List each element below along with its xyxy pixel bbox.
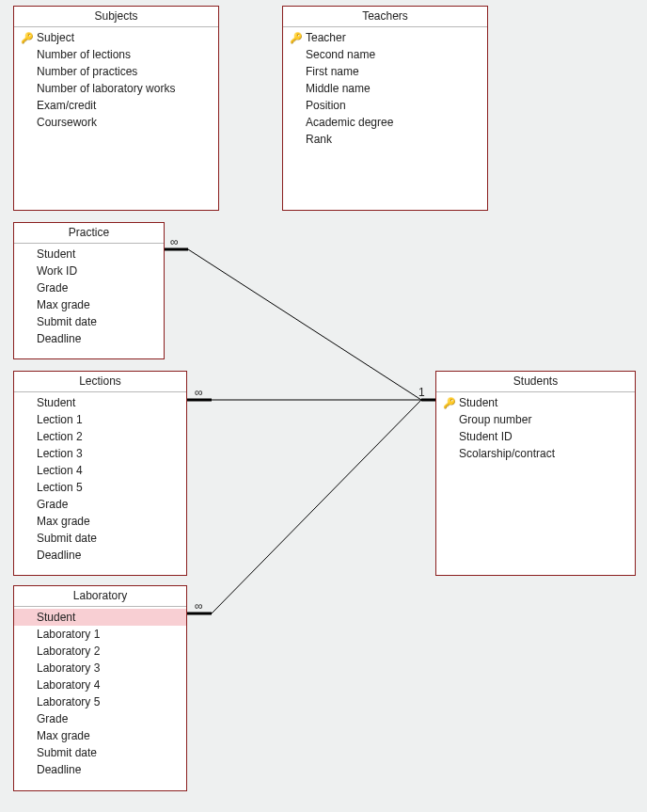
field-row[interactable]: Number of practices (14, 63, 218, 80)
field-label: Student (35, 247, 158, 262)
field-label: Lection 2 (35, 429, 181, 444)
field-label: Deadline (35, 762, 181, 777)
field-row[interactable]: Deadline (14, 330, 164, 347)
field-row[interactable]: Submit date (14, 744, 186, 761)
field-label: Lection 1 (35, 412, 181, 427)
field-row[interactable]: Number of lections (14, 46, 218, 63)
entity-teachers[interactable]: Teachers 🔑TeacherSecond nameFirst nameMi… (282, 6, 488, 211)
field-label: Work ID (35, 263, 158, 279)
field-row[interactable]: Submit date (14, 530, 186, 547)
field-label: Scolarship/contract (457, 446, 629, 461)
field-label: Academic degree (304, 115, 481, 130)
field-row[interactable]: Deadline (14, 547, 186, 564)
field-label: Second name (304, 47, 481, 62)
entity-title: Practice (14, 223, 164, 244)
field-label: Subject (35, 30, 213, 45)
field-row[interactable]: Laboratory 2 (14, 643, 186, 660)
entity-lections[interactable]: Lections StudentLection 1Lection 2Lectio… (13, 371, 187, 576)
field-row[interactable]: Laboratory 1 (14, 626, 186, 643)
entity-fields: StudentWork IDGradeMax gradeSubmit dateD… (14, 244, 164, 353)
primary-key-icon: 🔑 (20, 30, 35, 45)
entity-fields: 🔑SubjectNumber of lectionsNumber of prac… (14, 27, 218, 136)
svg-line-2 (188, 249, 421, 400)
field-label: Submit date (35, 745, 181, 760)
field-label: Deadline (35, 548, 181, 563)
field-row[interactable]: Student (14, 394, 186, 411)
field-row[interactable]: 🔑Subject (14, 29, 218, 46)
primary-key-icon: 🔑 (442, 395, 457, 410)
field-row[interactable]: First name (283, 63, 487, 80)
entity-fields: StudentLaboratory 1Laboratory 2Laborator… (14, 607, 186, 784)
entity-title: Lections (14, 372, 186, 392)
svg-line-6 (212, 400, 421, 613)
field-row[interactable]: Grade (14, 496, 186, 513)
field-row[interactable]: Student (14, 246, 164, 263)
field-label: Laboratory 1 (35, 627, 181, 642)
field-row[interactable]: 🔑Teacher (283, 29, 487, 46)
field-label: Position (304, 98, 481, 113)
field-row[interactable]: Student (14, 609, 186, 626)
field-label: Submit date (35, 314, 158, 329)
field-label: Number of laboratory works (35, 81, 213, 96)
field-row[interactable]: Coursework (14, 114, 218, 131)
field-label: Laboratory 2 (35, 644, 181, 659)
relationship-diagram: { "entities": { "subjects": { "title": "… (0, 0, 647, 812)
field-row[interactable]: Max grade (14, 296, 164, 313)
field-label: Rank (304, 132, 481, 147)
field-row[interactable]: Number of laboratory works (14, 80, 218, 97)
field-row[interactable]: Max grade (14, 727, 186, 744)
field-row[interactable]: Lection 1 (14, 411, 186, 428)
entity-title: Laboratory (14, 586, 186, 607)
field-label: Laboratory 5 (35, 694, 181, 709)
field-label: Submit date (35, 531, 181, 546)
field-row[interactable]: Submit date (14, 313, 164, 330)
field-label: Number of practices (35, 64, 213, 79)
field-label: Number of lections (35, 47, 213, 62)
field-row[interactable]: Lection 2 (14, 428, 186, 445)
entity-title: Teachers (283, 7, 487, 27)
field-row[interactable]: Rank (283, 131, 487, 148)
entity-title: Subjects (14, 7, 218, 27)
field-row[interactable]: Lection 3 (14, 445, 186, 462)
field-row[interactable]: Max grade (14, 513, 186, 530)
field-row[interactable]: Lection 4 (14, 462, 186, 479)
field-label: Lection 4 (35, 463, 181, 478)
field-label: Exam/credit (35, 98, 213, 113)
field-row[interactable]: Laboratory 3 (14, 660, 186, 677)
field-label: Laboratory 3 (35, 661, 181, 676)
field-row[interactable]: Lection 5 (14, 479, 186, 496)
field-label: Coursework (35, 115, 213, 130)
entity-subjects[interactable]: Subjects 🔑SubjectNumber of lectionsNumbe… (13, 6, 219, 211)
field-label: Max grade (35, 514, 181, 529)
field-row[interactable]: Student ID (436, 428, 635, 445)
field-row[interactable]: Middle name (283, 80, 487, 97)
field-label: Middle name (304, 81, 481, 96)
primary-key-icon: 🔑 (289, 30, 304, 45)
field-row[interactable]: Work ID (14, 263, 164, 279)
entity-practice[interactable]: Practice StudentWork IDGradeMax gradeSub… (13, 222, 165, 359)
field-row[interactable]: 🔑Student (436, 394, 635, 411)
field-row[interactable]: Exam/credit (14, 97, 218, 114)
field-label: Deadline (35, 331, 158, 346)
field-row[interactable]: Grade (14, 279, 164, 296)
field-label: Grade (35, 280, 158, 295)
field-label: Student (35, 610, 181, 625)
cardinality-many: ∞ (195, 386, 203, 399)
field-row[interactable]: Position (283, 97, 487, 114)
field-label: Max grade (35, 297, 158, 312)
entity-laboratory[interactable]: Laboratory StudentLaboratory 1Laboratory… (13, 585, 187, 791)
field-row[interactable]: Group number (436, 411, 635, 428)
field-label: Laboratory 4 (35, 677, 181, 693)
field-row[interactable]: Scolarship/contract (436, 445, 635, 462)
field-row[interactable]: Grade (14, 710, 186, 727)
field-row[interactable]: Laboratory 4 (14, 677, 186, 693)
cardinality-many: ∞ (195, 599, 203, 613)
field-row[interactable]: Academic degree (283, 114, 487, 131)
entity-students[interactable]: Students 🔑StudentGroup numberStudent IDS… (435, 371, 636, 576)
entity-title: Students (436, 372, 635, 392)
field-row[interactable]: Deadline (14, 761, 186, 778)
field-row[interactable]: Second name (283, 46, 487, 63)
field-row[interactable]: Laboratory 5 (14, 693, 186, 710)
field-label: Max grade (35, 728, 181, 743)
entity-fields: 🔑StudentGroup numberStudent IDScolarship… (436, 392, 635, 468)
